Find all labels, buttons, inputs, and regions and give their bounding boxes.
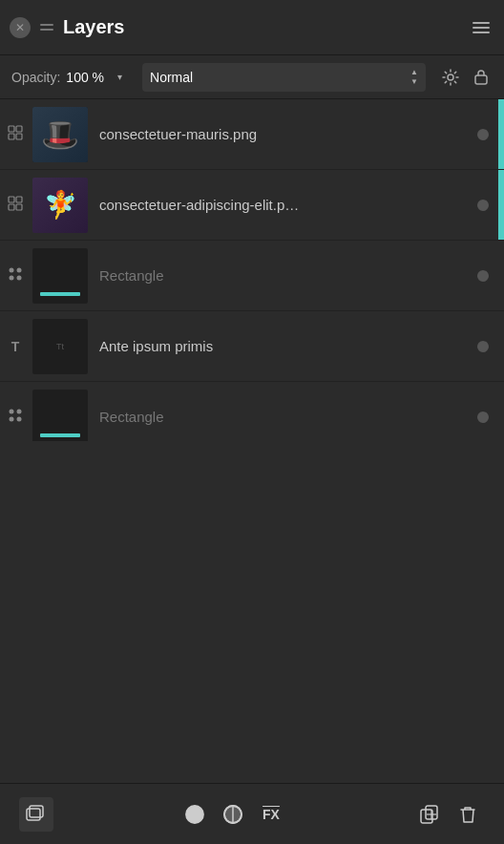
- visibility-toggle[interactable]: [468, 190, 498, 221]
- svg-point-17: [17, 417, 22, 422]
- svg-rect-9: [16, 204, 22, 210]
- layer-thumbnail: [32, 390, 88, 442]
- bottom-toolbar: FX: [0, 783, 504, 844]
- layer-name: Ante ipsum primis: [90, 338, 468, 354]
- visibility-dot: [477, 270, 489, 282]
- blend-mode-selector[interactable]: Normal ▲ ▼: [142, 63, 426, 92]
- blend-mode-label: Normal: [150, 70, 193, 85]
- gear-icon: [442, 69, 459, 86]
- layer-thumbnail: [32, 248, 88, 304]
- svg-rect-6: [9, 197, 14, 202]
- svg-rect-8: [9, 204, 14, 210]
- fx-button[interactable]: FX: [254, 797, 288, 832]
- trash-icon: [457, 804, 478, 825]
- visibility-toggle[interactable]: [468, 402, 498, 433]
- raster-icon: [8, 125, 23, 143]
- shape-icon: [8, 266, 23, 285]
- lock-button[interactable]: [470, 66, 493, 89]
- blend-icon: [222, 804, 243, 825]
- text-icon: T: [11, 339, 20, 354]
- svg-point-11: [17, 268, 22, 273]
- layer-type-indicator: [0, 241, 31, 310]
- rect-preview: [40, 292, 80, 296]
- layer-thumbnail: Tt: [32, 319, 88, 374]
- layer-name: Rectangle: [90, 409, 468, 425]
- duplicate-layer-icon: [419, 804, 440, 825]
- visibility-dot: [477, 200, 489, 211]
- drag-handle[interactable]: [38, 20, 55, 34]
- blend-mode-arrows: ▲ ▼: [410, 68, 418, 86]
- list-item[interactable]: T Tt Ante ipsum primis: [0, 311, 504, 382]
- svg-point-10: [10, 268, 14, 273]
- circle-icon: [184, 804, 205, 825]
- list-item[interactable]: Rectangle: [0, 241, 504, 311]
- opacity-value[interactable]: 100 %: [66, 70, 104, 85]
- svg-point-16: [10, 417, 14, 422]
- layer-name: consectetuer-adipiscing-elit.p…: [90, 197, 468, 213]
- opacity-row: Opacity: 100 % ▾ Normal ▲ ▼: [0, 55, 504, 99]
- active-bar: [498, 99, 504, 169]
- visibility-toggle[interactable]: [468, 331, 498, 362]
- new-layer-icon: [25, 803, 48, 826]
- list-item[interactable]: 🧚 consectetuer-adipiscing-elit.p…: [0, 170, 504, 241]
- svg-point-0: [448, 74, 453, 80]
- opacity-row-icons: [439, 66, 493, 89]
- close-icon: ✕: [15, 21, 25, 34]
- svg-point-12: [10, 276, 14, 281]
- menu-button[interactable]: [468, 14, 494, 41]
- delete-layer-button[interactable]: [451, 797, 485, 832]
- shape-icon: [8, 408, 23, 426]
- svg-point-15: [17, 410, 22, 414]
- svg-rect-1: [475, 75, 487, 84]
- svg-rect-25: [421, 810, 432, 823]
- circle-button[interactable]: [178, 797, 212, 832]
- panel-title: Layers: [63, 16, 460, 38]
- svg-point-13: [17, 276, 22, 281]
- layer-type-indicator: [0, 382, 31, 441]
- layer-ops-icons: [412, 797, 485, 832]
- fx-label: FX: [262, 807, 280, 822]
- visibility-toggle[interactable]: [468, 261, 498, 291]
- svg-rect-20: [30, 806, 43, 817]
- layer-name: Rectangle: [90, 267, 468, 284]
- layer-thumbnail: 🧚: [32, 178, 88, 233]
- layers-panel: ✕ Layers Opacity: 100 % ▾ Normal ▲ ▼: [0, 0, 504, 844]
- empty-space: [0, 441, 504, 783]
- settings-button[interactable]: [439, 66, 462, 89]
- new-layer-button[interactable]: [19, 797, 53, 832]
- list-item[interactable]: 🎩 consectetuer-mauris.png: [0, 99, 504, 170]
- layer-type-indicator: [0, 99, 31, 169]
- layer-type-indicator: [0, 170, 31, 240]
- opacity-label: Opacity:: [11, 70, 60, 85]
- layers-list: 🎩 consectetuer-mauris.png: [0, 99, 504, 441]
- svg-rect-4: [9, 134, 14, 139]
- raster-icon: [8, 196, 23, 214]
- svg-point-21: [186, 806, 203, 823]
- svg-rect-2: [9, 126, 14, 132]
- visibility-dot: [477, 411, 489, 423]
- rect-preview: [40, 433, 80, 437]
- opacity-dropdown[interactable]: ▾: [110, 68, 129, 87]
- layer-name: consectetuer-mauris.png: [90, 126, 468, 142]
- duplicate-layer-button[interactable]: [412, 797, 447, 832]
- effect-icons: FX: [178, 797, 288, 832]
- lock-icon: [474, 69, 488, 85]
- visibility-dot: [477, 129, 489, 140]
- active-bar: [498, 170, 504, 240]
- visibility-dot: [477, 341, 489, 352]
- svg-point-14: [10, 410, 14, 414]
- svg-rect-7: [16, 197, 22, 202]
- layer-thumbnail: 🎩: [32, 107, 88, 162]
- svg-rect-5: [16, 134, 22, 139]
- layer-type-indicator: T: [0, 311, 31, 381]
- svg-rect-3: [16, 126, 22, 132]
- panel-header: ✕ Layers: [0, 0, 504, 55]
- close-button[interactable]: ✕: [10, 17, 31, 38]
- svg-rect-19: [27, 809, 40, 820]
- list-item[interactable]: Rectangle: [0, 382, 504, 441]
- visibility-toggle[interactable]: [468, 119, 498, 150]
- blend-button[interactable]: [216, 797, 250, 832]
